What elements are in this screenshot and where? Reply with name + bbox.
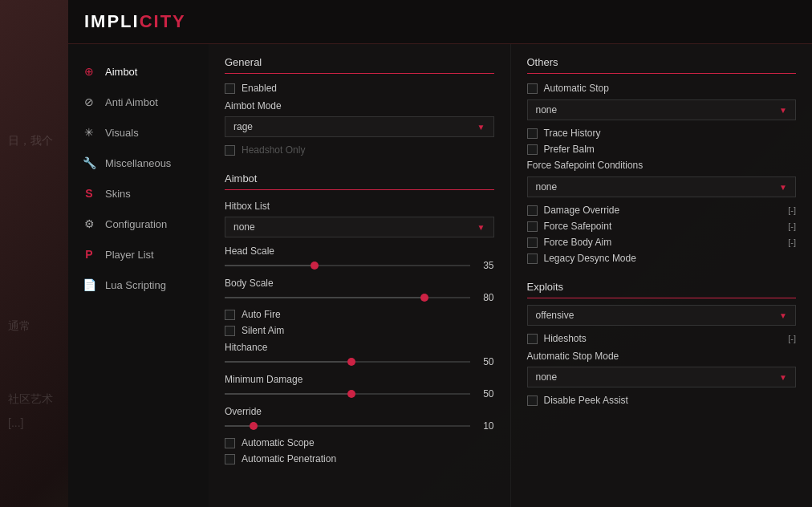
- auto-fire-row[interactable]: Auto Fire: [225, 306, 494, 322]
- exploits-section-title: Exploits: [527, 281, 797, 298]
- automatic-scope-checkbox[interactable]: [225, 438, 235, 448]
- legacy-desync-mode-checkbox[interactable]: [527, 253, 538, 264]
- headshot-only-checkbox[interactable]: [225, 145, 235, 156]
- silent-aim-row[interactable]: Silent Aim: [225, 322, 494, 339]
- body-scale-track[interactable]: [225, 297, 470, 298]
- config-icon: ⚙: [83, 217, 95, 230]
- minimum-damage-thumb[interactable]: [347, 390, 355, 398]
- override-track[interactable]: [225, 425, 470, 427]
- aimbot-section-title: Aimbot: [225, 172, 494, 190]
- automatic-stop-checkbox[interactable]: [527, 83, 538, 94]
- sidebar-label-lua-scripting: Lua Scripting: [105, 279, 166, 291]
- force-body-aim-row[interactable]: Force Body Aim [-]: [527, 234, 797, 250]
- automatic-stop-dropdown-value: none: [536, 104, 558, 116]
- hitbox-list-dropdown[interactable]: none ▼: [225, 217, 494, 237]
- head-scale-fill: [225, 265, 311, 266]
- player-list-icon: P: [83, 248, 95, 261]
- visuals-icon: ✳: [83, 126, 95, 139]
- sidebar-item-visuals[interactable]: ✳ Visuals: [68, 117, 209, 148]
- sidebar-label-miscellaneous: Miscellaneous: [105, 157, 171, 169]
- hitchance-row: 50: [225, 356, 494, 367]
- sidebar-item-aimbot[interactable]: ⊕ Aimbot: [68, 56, 209, 87]
- minimum-damage-fill: [225, 393, 347, 395]
- sidebar-item-skins[interactable]: S Skins: [68, 178, 209, 209]
- damage-override-row[interactable]: Damage Override [-]: [527, 202, 797, 218]
- aimbot-mode-dropdown[interactable]: rage ▼: [225, 116, 494, 137]
- damage-override-label: Damage Override: [544, 205, 620, 216]
- automatic-stop-mode-dropdown[interactable]: none ▼: [527, 367, 797, 387]
- override-container: Override 10: [225, 403, 494, 435]
- hideshots-checkbox[interactable]: [527, 334, 538, 344]
- head-scale-thumb[interactable]: [311, 262, 319, 270]
- sidebar-item-miscellaneous[interactable]: 🔧 Miscellaneous: [68, 148, 209, 178]
- background-text: 日，我个 通常 社区艺术 [...]: [0, 120, 72, 444]
- auto-fire-checkbox[interactable]: [225, 310, 235, 320]
- automatic-penetration-checkbox[interactable]: [225, 454, 235, 464]
- force-body-aim-checkbox[interactable]: [527, 237, 538, 248]
- exploits-dropdown[interactable]: offensive ▼: [527, 305, 797, 326]
- hideshots-row[interactable]: Hideshots [-]: [527, 331, 797, 347]
- headshot-only-row[interactable]: Headshot Only: [225, 142, 494, 158]
- trace-history-checkbox[interactable]: [527, 128, 538, 139]
- disable-peek-assist-row[interactable]: Disable Peek Assist: [527, 392, 797, 408]
- title-impl: IMPLI: [84, 11, 140, 31]
- automatic-stop-dropdown[interactable]: none ▼: [527, 99, 797, 120]
- misc-icon: 🔧: [83, 156, 95, 169]
- general-section: General Enabled Aimbot Mode rage ▼ Heads…: [225, 56, 494, 158]
- override-thumb[interactable]: [250, 422, 258, 430]
- sidebar-label-configuration: Configuration: [105, 218, 167, 230]
- lua-icon: 📄: [83, 278, 95, 291]
- sidebar: ⊕ Aimbot ⊘ Anti Aimbot ✳ Visuals 🔧 Misce…: [68, 44, 209, 507]
- legacy-desync-mode-row[interactable]: Legacy Desync Mode: [527, 250, 797, 266]
- disable-peek-assist-checkbox[interactable]: [527, 395, 538, 406]
- prefer-balm-row[interactable]: Prefer Balm: [527, 141, 797, 157]
- automatic-scope-label: Automatic Scope: [242, 437, 315, 448]
- sidebar-label-aimbot: Aimbot: [105, 66, 137, 78]
- prefer-balm-checkbox[interactable]: [527, 144, 538, 155]
- damage-override-checkbox[interactable]: [527, 205, 538, 216]
- force-body-aim-label: Force Body Aim: [544, 237, 612, 248]
- hitchance-thumb[interactable]: [347, 358, 355, 366]
- force-safepoint-left: Force Safepoint: [527, 221, 612, 232]
- legacy-desync-mode-label: Legacy Desync Mode: [544, 253, 636, 264]
- automatic-stop-row[interactable]: Automatic Stop: [527, 80, 797, 96]
- hitchance-track[interactable]: [225, 361, 470, 363]
- exploits-dropdown-value: offensive: [536, 310, 574, 321]
- sidebar-item-anti-aimbot[interactable]: ⊘ Anti Aimbot: [68, 87, 209, 117]
- automatic-stop-left: Automatic Stop: [527, 83, 609, 94]
- body-scale-thumb[interactable]: [420, 294, 428, 302]
- minimum-damage-value: 50: [477, 388, 494, 400]
- body-scale-row: 80: [225, 292, 494, 303]
- sidebar-item-configuration[interactable]: ⚙ Configuration: [68, 209, 209, 239]
- trace-history-row[interactable]: Trace History: [527, 125, 797, 141]
- force-safepoint-label: Force Safepoint: [544, 221, 612, 232]
- override-value: 10: [477, 420, 494, 432]
- automatic-stop-mode-arrow: ▼: [779, 373, 787, 382]
- aimbot-section: Aimbot Hitbox List none ▼ Head Scale: [225, 172, 494, 467]
- body-scale-fill: [225, 297, 420, 298]
- force-safepoint-conditions-row[interactable]: Force Safepoint Conditions: [527, 157, 797, 173]
- head-scale-track[interactable]: [225, 265, 470, 266]
- sidebar-label-skins: Skins: [105, 188, 131, 200]
- silent-aim-checkbox[interactable]: [225, 326, 235, 336]
- head-scale-row: 35: [225, 260, 494, 271]
- enabled-row[interactable]: Enabled: [225, 80, 494, 96]
- force-safepoint-row[interactable]: Force Safepoint [-]: [527, 218, 797, 234]
- general-section-title: General: [225, 56, 494, 74]
- enabled-checkbox[interactable]: [225, 83, 235, 94]
- aimbot-mode-label: Aimbot Mode: [225, 96, 494, 113]
- automatic-scope-row[interactable]: Automatic Scope: [225, 435, 494, 451]
- silent-aim-label: Silent Aim: [242, 325, 284, 336]
- minimum-damage-track[interactable]: [225, 393, 470, 395]
- app-title: IMPLICITY: [84, 11, 796, 32]
- automatic-stop-label: Automatic Stop: [544, 83, 609, 94]
- sidebar-item-lua-scripting[interactable]: 📄 Lua Scripting: [68, 270, 209, 300]
- disable-peek-assist-label: Disable Peek Assist: [544, 395, 628, 406]
- force-safepoint-checkbox[interactable]: [527, 221, 538, 232]
- hitchance-value: 50: [477, 356, 494, 367]
- force-safepoint-conditions-dropdown[interactable]: none ▼: [527, 176, 797, 197]
- automatic-penetration-row[interactable]: Automatic Penetration: [225, 451, 494, 467]
- prefer-balm-label: Prefer Balm: [544, 144, 595, 155]
- minimum-damage-label: Minimum Damage: [225, 374, 494, 385]
- sidebar-item-player-list[interactable]: P Player List: [68, 239, 209, 270]
